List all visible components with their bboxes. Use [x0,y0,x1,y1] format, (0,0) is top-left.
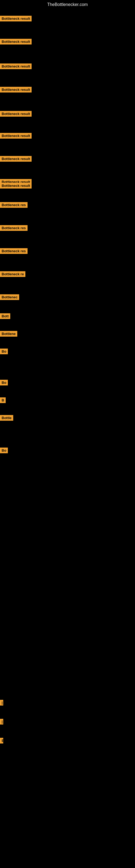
bottleneck-badge-7: Bottleneck result [0,156,32,162]
bottleneck-badge-22: | [0,700,3,706]
site-title: TheBottlenecker.com [0,0,135,9]
bottleneck-badge-13: Bottleneck re [0,271,26,277]
bottleneck-badge-15: Bott [0,313,10,319]
bottleneck-badge-16: Bottlene [0,331,17,337]
bottleneck-badge-24: E [0,738,3,744]
bottleneck-badge-4: Bottleneck result [0,87,32,93]
bottleneck-badge-11: Bottleneck res [0,225,28,231]
bottleneck-badge-20: Bottle [0,415,13,421]
bottleneck-badge-1: Bottleneck result [0,16,32,22]
bottleneck-badge-23: | [0,719,3,724]
bottleneck-badge-17: Bo [0,348,8,354]
bottleneck-badge-12: Bottleneck res [0,248,28,254]
bottleneck-badge-10: Bottleneck res [0,202,28,208]
bottleneck-badge-6: Bottleneck result [0,133,32,138]
bottleneck-badge-19: B [0,397,6,403]
bottleneck-badge-9: Bottleneck result [0,183,32,188]
bottleneck-badge-5: Bottleneck result [0,111,32,117]
bottleneck-badge-2: Bottleneck result [0,39,32,44]
bottleneck-badge-3: Bottleneck result [0,63,32,69]
bottleneck-badge-18: Bo [0,380,8,385]
bottleneck-badge-14: Bottlenec [0,294,19,300]
bottleneck-badge-21: Bo [0,447,8,453]
